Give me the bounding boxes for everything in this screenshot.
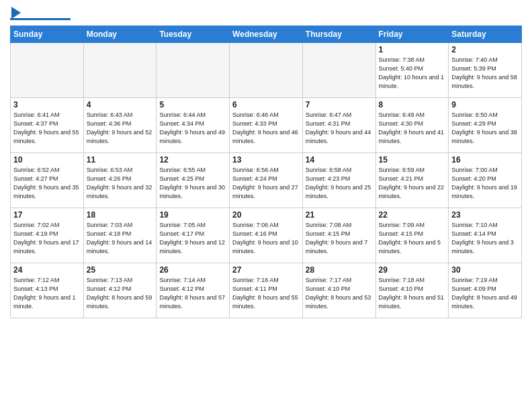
calendar-cell: 28Sunrise: 7:17 AM Sunset: 4:10 PM Dayli… — [302, 263, 375, 318]
calendar-header-friday: Friday — [375, 26, 449, 43]
day-info: Sunrise: 7:19 AM Sunset: 4:09 PM Dayligh… — [451, 276, 519, 311]
calendar-cell: 11Sunrise: 6:53 AM Sunset: 4:26 PM Dayli… — [83, 153, 157, 208]
day-info: Sunrise: 6:47 AM Sunset: 4:31 PM Dayligh… — [306, 111, 373, 146]
logo-chevron-icon — [11, 7, 21, 19]
day-number: 25 — [87, 265, 154, 275]
day-info: Sunrise: 6:50 AM Sunset: 4:29 PM Dayligh… — [451, 111, 519, 146]
day-info: Sunrise: 6:53 AM Sunset: 4:26 PM Dayligh… — [87, 166, 154, 201]
calendar-cell — [302, 43, 375, 98]
day-number: 17 — [13, 210, 81, 220]
day-info: Sunrise: 7:38 AM Sunset: 5:40 PM Dayligh… — [379, 56, 446, 91]
calendar-cell: 16Sunrise: 7:00 AM Sunset: 4:20 PM Dayli… — [449, 153, 522, 208]
day-number: 4 — [87, 100, 154, 109]
calendar-header-row: SundayMondayTuesdayWednesdayThursdayFrid… — [11, 26, 522, 43]
day-info: Sunrise: 7:10 AM Sunset: 4:14 PM Dayligh… — [451, 221, 519, 256]
day-number: 8 — [379, 100, 446, 109]
day-number: 14 — [306, 155, 373, 165]
calendar-cell: 12Sunrise: 6:55 AM Sunset: 4:25 PM Dayli… — [157, 153, 230, 208]
day-info: Sunrise: 7:12 AM Sunset: 4:13 PM Dayligh… — [13, 276, 81, 311]
day-number: 7 — [306, 100, 373, 109]
calendar-header-monday: Monday — [83, 26, 157, 43]
calendar-cell: 15Sunrise: 6:59 AM Sunset: 4:21 PM Dayli… — [375, 153, 449, 208]
calendar-cell: 8Sunrise: 6:49 AM Sunset: 4:30 PM Daylig… — [375, 98, 449, 153]
calendar-cell: 23Sunrise: 7:10 AM Sunset: 4:14 PM Dayli… — [449, 208, 522, 263]
day-number: 23 — [451, 210, 519, 220]
day-info: Sunrise: 7:18 AM Sunset: 4:10 PM Dayligh… — [379, 276, 446, 311]
day-number: 13 — [232, 155, 300, 165]
calendar-cell: 22Sunrise: 7:09 AM Sunset: 4:15 PM Dayli… — [375, 208, 449, 263]
day-info: Sunrise: 7:03 AM Sunset: 4:18 PM Dayligh… — [87, 221, 154, 256]
calendar-cell: 30Sunrise: 7:19 AM Sunset: 4:09 PM Dayli… — [449, 263, 522, 318]
calendar-cell: 14Sunrise: 6:58 AM Sunset: 4:23 PM Dayli… — [302, 153, 375, 208]
calendar-cell: 1Sunrise: 7:38 AM Sunset: 5:40 PM Daylig… — [375, 43, 449, 98]
day-info: Sunrise: 7:05 AM Sunset: 4:17 PM Dayligh… — [159, 221, 226, 256]
day-info: Sunrise: 6:44 AM Sunset: 4:34 PM Dayligh… — [159, 111, 226, 146]
calendar-header-tuesday: Tuesday — [157, 26, 230, 43]
calendar-cell — [11, 43, 84, 98]
calendar-cell: 29Sunrise: 7:18 AM Sunset: 4:10 PM Dayli… — [375, 263, 449, 318]
calendar-week-row: 1Sunrise: 7:38 AM Sunset: 5:40 PM Daylig… — [11, 43, 522, 98]
day-info: Sunrise: 6:43 AM Sunset: 4:36 PM Dayligh… — [87, 111, 154, 146]
calendar-cell: 13Sunrise: 6:56 AM Sunset: 4:24 PM Dayli… — [230, 153, 303, 208]
calendar-cell: 6Sunrise: 6:46 AM Sunset: 4:33 PM Daylig… — [230, 98, 303, 153]
calendar-cell: 10Sunrise: 6:52 AM Sunset: 4:27 PM Dayli… — [11, 153, 84, 208]
day-number: 24 — [13, 265, 81, 275]
day-number: 15 — [379, 155, 446, 165]
day-number: 22 — [379, 210, 446, 220]
day-number: 11 — [87, 155, 154, 165]
day-info: Sunrise: 7:00 AM Sunset: 4:20 PM Dayligh… — [451, 166, 519, 201]
day-info: Sunrise: 6:49 AM Sunset: 4:30 PM Dayligh… — [379, 111, 446, 146]
day-number: 1 — [379, 45, 446, 54]
day-info: Sunrise: 6:58 AM Sunset: 4:23 PM Dayligh… — [306, 166, 373, 201]
calendar-cell: 21Sunrise: 7:08 AM Sunset: 4:15 PM Dayli… — [302, 208, 375, 263]
day-info: Sunrise: 7:40 AM Sunset: 5:39 PM Dayligh… — [451, 56, 519, 91]
day-info: Sunrise: 6:59 AM Sunset: 4:21 PM Dayligh… — [379, 166, 446, 201]
day-number: 30 — [451, 265, 519, 275]
calendar-cell: 3Sunrise: 6:41 AM Sunset: 4:37 PM Daylig… — [11, 98, 84, 153]
logo-underline — [10, 18, 71, 20]
calendar-cell: 9Sunrise: 6:50 AM Sunset: 4:29 PM Daylig… — [449, 98, 522, 153]
calendar-cell: 24Sunrise: 7:12 AM Sunset: 4:13 PM Dayli… — [11, 263, 84, 318]
day-number: 10 — [13, 155, 81, 165]
day-number: 27 — [232, 265, 300, 275]
day-info: Sunrise: 6:52 AM Sunset: 4:27 PM Dayligh… — [13, 166, 81, 201]
calendar-week-row: 3Sunrise: 6:41 AM Sunset: 4:37 PM Daylig… — [11, 98, 522, 153]
calendar-week-row: 17Sunrise: 7:02 AM Sunset: 4:19 PM Dayli… — [11, 208, 522, 263]
day-number: 3 — [13, 100, 81, 109]
day-info: Sunrise: 7:14 AM Sunset: 4:12 PM Dayligh… — [159, 276, 226, 311]
day-info: Sunrise: 6:56 AM Sunset: 4:24 PM Dayligh… — [232, 166, 300, 201]
day-number: 2 — [451, 45, 519, 54]
logo — [10, 7, 71, 20]
day-info: Sunrise: 6:46 AM Sunset: 4:33 PM Dayligh… — [232, 111, 300, 146]
calendar-cell: 26Sunrise: 7:14 AM Sunset: 4:12 PM Dayli… — [157, 263, 230, 318]
calendar-cell: 27Sunrise: 7:16 AM Sunset: 4:11 PM Dayli… — [230, 263, 303, 318]
calendar-cell — [157, 43, 230, 98]
logo-top — [10, 7, 21, 17]
day-number: 28 — [306, 265, 373, 275]
calendar-cell: 17Sunrise: 7:02 AM Sunset: 4:19 PM Dayli… — [11, 208, 84, 263]
day-number: 19 — [159, 210, 226, 220]
calendar-cell: 18Sunrise: 7:03 AM Sunset: 4:18 PM Dayli… — [83, 208, 157, 263]
calendar-week-row: 10Sunrise: 6:52 AM Sunset: 4:27 PM Dayli… — [11, 153, 522, 208]
day-number: 16 — [451, 155, 519, 165]
day-number: 5 — [159, 100, 226, 109]
calendar-cell: 7Sunrise: 6:47 AM Sunset: 4:31 PM Daylig… — [302, 98, 375, 153]
day-info: Sunrise: 7:16 AM Sunset: 4:11 PM Dayligh… — [232, 276, 300, 311]
day-info: Sunrise: 7:06 AM Sunset: 4:16 PM Dayligh… — [232, 221, 300, 256]
header — [10, 7, 522, 20]
calendar-table: SundayMondayTuesdayWednesdayThursdayFrid… — [10, 26, 522, 318]
day-info: Sunrise: 6:55 AM Sunset: 4:25 PM Dayligh… — [159, 166, 226, 201]
page: SundayMondayTuesdayWednesdayThursdayFrid… — [0, 0, 532, 411]
day-number: 21 — [306, 210, 373, 220]
day-number: 6 — [232, 100, 300, 109]
calendar-cell — [83, 43, 157, 98]
calendar-header-saturday: Saturday — [449, 26, 522, 43]
day-info: Sunrise: 7:08 AM Sunset: 4:15 PM Dayligh… — [306, 221, 373, 256]
calendar-cell: 5Sunrise: 6:44 AM Sunset: 4:34 PM Daylig… — [157, 98, 230, 153]
day-number: 26 — [159, 265, 226, 275]
calendar-header-wednesday: Wednesday — [230, 26, 303, 43]
calendar-week-row: 24Sunrise: 7:12 AM Sunset: 4:13 PM Dayli… — [11, 263, 522, 318]
day-number: 9 — [451, 100, 519, 109]
calendar-cell: 25Sunrise: 7:13 AM Sunset: 4:12 PM Dayli… — [83, 263, 157, 318]
day-info: Sunrise: 7:02 AM Sunset: 4:19 PM Dayligh… — [13, 221, 81, 256]
